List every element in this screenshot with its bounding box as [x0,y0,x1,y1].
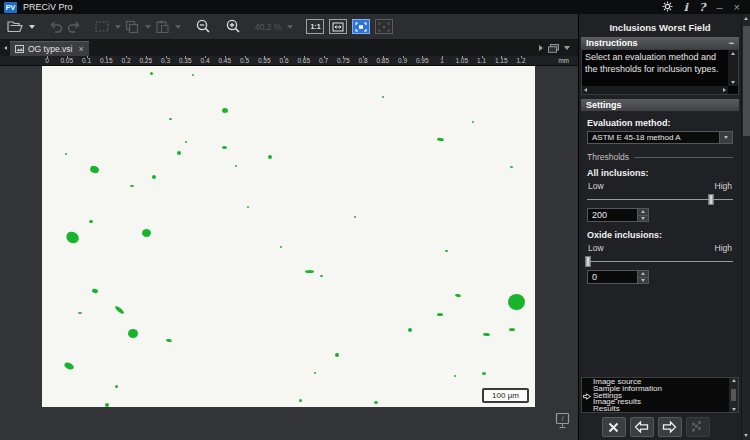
scroll-left-icon[interactable] [584,88,587,92]
help-icon[interactable]: ? [699,2,705,13]
instructions-header[interactable]: Instructions − [581,37,739,49]
scroll-thumb[interactable] [731,389,736,401]
instructions-header-label: Instructions [586,38,638,48]
fullscreen-view-button[interactable] [375,19,393,34]
inclusion-spot [268,155,272,159]
tab-og-type[interactable]: OG type.vsi × [10,41,89,56]
scroll-up-icon[interactable] [744,17,748,20]
scroll-up-icon[interactable] [731,52,735,55]
ruler-tick-label: 0.95 [416,57,429,64]
ruler-tick-label: 0.8 [358,57,367,64]
app-title: PRECiV Pro [23,2,73,12]
scroll-thumb[interactable] [743,26,750,136]
spin-down-icon[interactable] [638,278,648,284]
zoom-in-icon[interactable] [223,18,243,35]
inclusion-spot [222,146,227,149]
inclusion-spot [65,153,67,155]
panel-scrollbar[interactable] [741,14,750,440]
inclusion-spot [166,339,172,343]
open-image-button[interactable] [5,19,25,34]
spin-down-icon[interactable] [638,216,648,222]
oxide-inclusions-input[interactable]: 0 [587,270,649,284]
ruler-tick-label: 1.2 [516,57,525,64]
tab-bar: OG type.vsi × [0,40,578,56]
wizard-step-list: Image sourceSample informationSettingsIm… [581,377,739,413]
ruler-tick-label: 0.65 [297,57,310,64]
tab-close-icon[interactable]: × [78,44,83,54]
ruler-tick-label: 0.4 [200,57,209,64]
paste-button[interactable] [153,19,171,34]
spinner [637,209,648,221]
low-label: Low [588,181,604,191]
instrument-info-icon[interactable]: i [555,412,570,433]
settings-header-label: Settings [586,100,622,110]
select-menu-chevron[interactable] [111,24,123,30]
layers-icon[interactable] [548,44,559,53]
settings-header[interactable]: Settings [581,99,739,111]
all-inclusions-value: 200 [592,210,607,220]
instructions-vscrollbar[interactable] [728,50,738,86]
cancel-button[interactable] [602,417,626,437]
fit-to-window-button[interactable] [329,19,347,34]
copy-menu-chevron[interactable] [141,24,153,30]
all-inclusions-input[interactable]: 200 [587,208,649,222]
inclusion-spot [64,229,81,245]
collapse-icon[interactable]: − [729,39,734,48]
paste-menu-chevron[interactable] [171,24,183,30]
all-inclusions-slider-handle[interactable] [709,194,714,205]
tab-scroll-left-icon[interactable] [0,40,10,56]
evaluation-method-select[interactable]: ASTM E 45-18 method A [587,131,733,144]
slider-track[interactable] [587,261,733,262]
close-icon[interactable]: × [734,2,740,13]
inclusion-spot [483,333,490,337]
next-button[interactable] [658,417,682,437]
wizard-step-results[interactable]: Results [582,406,729,411]
inclusion-spot [382,96,384,98]
back-button[interactable] [630,417,654,437]
open-menu-chevron[interactable] [25,24,37,30]
wizard-scrollbar[interactable] [729,378,738,412]
ruler-tick-label: 0.1 [82,57,91,64]
finish-flag-icon[interactable] [686,417,710,437]
ruler-unit: mm [558,57,569,64]
zoom-to-fit-button[interactable] [352,19,370,34]
scroll-down-icon[interactable] [744,434,748,437]
specimen-image[interactable]: 100 µm [42,66,535,407]
scroll-down-icon[interactable] [732,408,736,411]
ruler: mm 00.050.10.150.20.250.30.350.40.450.50… [0,56,578,66]
zoom-level-select[interactable]: 40.2 % [255,22,293,32]
scroll-right-icon[interactable] [723,88,726,92]
scroll-down-icon[interactable] [731,81,735,84]
panel-title: Inclusions Worst Field [579,22,741,33]
layers-menu-chevron[interactable] [564,46,570,50]
info-icon[interactable]: i [684,2,688,13]
dropdown-chevron-icon[interactable] [719,132,732,143]
redo-icon[interactable] [65,20,83,34]
inclusion-spot [510,166,513,168]
expand-right-icon[interactable] [539,45,543,51]
zoom-100-button[interactable]: 1:1 [306,19,324,34]
select-region-button[interactable] [93,20,111,33]
inclusion-spot [320,275,323,277]
high-label: High [715,181,732,191]
copy-button[interactable] [123,19,141,34]
instructions-hscrollbar[interactable] [582,86,728,94]
app-logo: PV [4,2,17,13]
inclusion-spot [335,353,339,357]
ruler-tick-label: 0.2 [121,57,130,64]
oxide-inclusions-slider-handle[interactable] [586,256,591,267]
inclusion-spot [354,216,356,218]
zoom-out-icon[interactable] [193,18,213,35]
ruler-tick-label: 0.9 [398,57,407,64]
oxide-inclusions-slider[interactable] [587,256,733,267]
scale-bar: 100 µm [482,388,529,403]
minimize-icon[interactable]: – [716,2,722,13]
inclusion-spot [192,74,194,76]
undo-icon[interactable] [47,20,65,34]
inclusion-spot [508,294,525,310]
scroll-up-icon[interactable] [732,379,736,382]
all-inclusions-slider[interactable] [587,194,733,205]
oxide-inclusions-value: 0 [592,272,597,282]
gear-icon[interactable] [662,1,673,14]
ruler-tick-label: 0.85 [376,57,389,64]
